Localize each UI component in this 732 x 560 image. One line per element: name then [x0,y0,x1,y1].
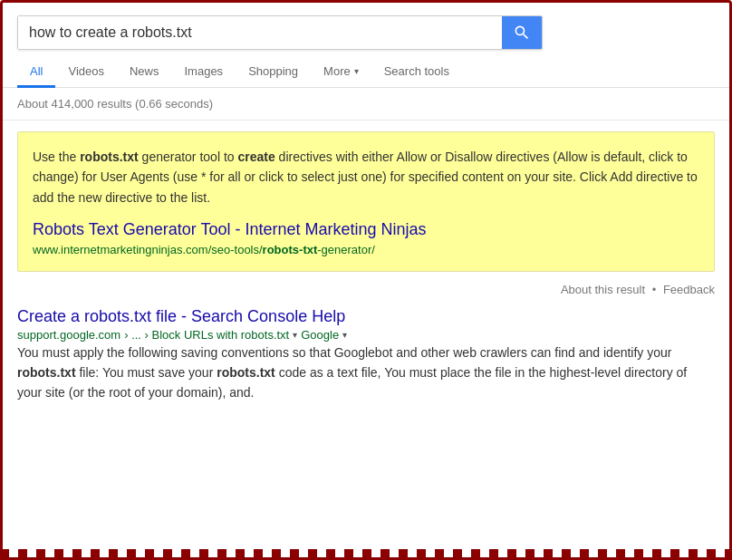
search-result-1: Create a robots.txt file - Search Consol… [17,307,715,402]
result-1-description: You must apply the following saving conv… [17,343,715,402]
results-count-text: About 414,000 results (0.66 seconds) [17,97,213,111]
featured-snippet: Use the robots.txt generator tool to cre… [17,131,715,272]
more-label: More [323,64,351,78]
result-1-url-dropdown[interactable]: ▾ [293,330,297,340]
result-1-url-line: support.google.com › ... › Block URLs wi… [17,328,715,342]
tab-search-tools[interactable]: Search tools [371,57,462,88]
snippet-title[interactable]: Robots Text Generator Tool - Internet Ma… [33,220,699,239]
tab-news[interactable]: News [117,57,172,88]
result-1-source-dropdown[interactable]: ▾ [342,330,347,340]
result-1-bold-1: robots.txt [17,365,76,380]
separator-dot [649,283,660,296]
search-input-wrapper [17,15,543,50]
tab-more[interactable]: More ▾ [311,57,371,88]
snippet-bold-1: robots.txt [80,150,139,164]
result-1-bold-2: robots.txt [217,365,275,380]
about-result: About this result Feedback [17,279,715,304]
result-1-source: Google [301,328,339,342]
nav-tabs: All Videos News Images Shopping More ▾ S… [3,50,729,88]
result-1-title[interactable]: Create a robots.txt file - Search Consol… [17,307,715,326]
feedback-link[interactable]: Feedback [663,283,715,296]
more-dropdown-arrow: ▾ [354,66,359,76]
result-1-breadcrumb: › ... › Block URLs with robots.txt [124,328,289,342]
result-1-domain: support.google.com [17,328,120,342]
search-button[interactable] [502,15,542,50]
search-bar-container [3,3,729,50]
results-count: About 414,000 results (0.66 seconds) [3,88,729,121]
snippet-body: Use the robots.txt generator tool to cre… [33,147,699,208]
tab-all[interactable]: All [17,57,55,88]
snippet-url-bold: robots-txt [263,243,318,256]
snippet-url-suffix: -generator/ [317,243,375,256]
tab-images[interactable]: Images [171,57,236,88]
main-content: Use the robots.txt generator tool to cre… [3,121,729,413]
search-input[interactable] [18,16,502,49]
snippet-bold-2: create [237,150,274,164]
tab-videos[interactable]: Videos [55,57,117,88]
snippet-url: www.internetmarketingninjas.com/seo-tool… [33,243,699,256]
tab-shopping[interactable]: Shopping [236,57,311,88]
search-icon [513,24,531,42]
about-result-link[interactable]: About this result [561,283,645,296]
